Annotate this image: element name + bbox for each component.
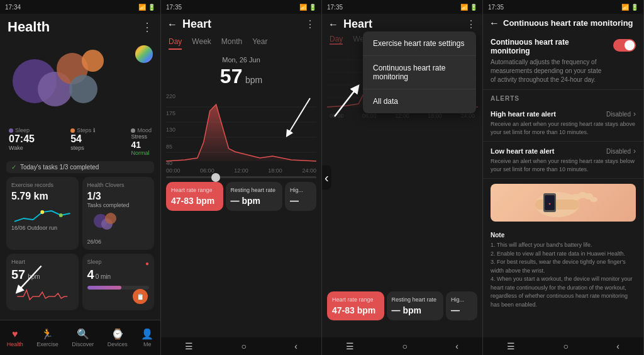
tasks-bar[interactable]: ✓ Today's tasks 1/3 completed bbox=[6, 161, 154, 173]
sleep-bottom-icon: 📋 bbox=[133, 289, 148, 304]
alerts-section-label: ALERTS bbox=[483, 90, 643, 104]
circle-4 bbox=[69, 75, 97, 103]
p1-header: Health ⋮ bbox=[0, 14, 160, 38]
sys-nav-3: ☰ ○ ‹ bbox=[322, 337, 482, 355]
sys-menu-4[interactable]: ☰ bbox=[507, 341, 515, 351]
exercise-date: 16/06 Outdoor run bbox=[11, 225, 74, 231]
sys-menu[interactable]: ☰ bbox=[185, 341, 193, 351]
low-alert-header: Low heart rate alert Disabled › bbox=[491, 147, 636, 155]
mood-stat: Mood Stress 41 Normal bbox=[131, 127, 152, 156]
steps-value: 54 bbox=[70, 133, 95, 145]
p3-bpm-cards: Heart rate range 47-83 bpm Resting heart… bbox=[322, 291, 482, 320]
p3-high-label: Hig... bbox=[451, 296, 472, 303]
low-alert-title: Low heart rate alert bbox=[491, 147, 554, 155]
x-24: 24:00 bbox=[302, 167, 316, 174]
sleep-dot bbox=[9, 128, 13, 133]
sys-home[interactable]: ○ bbox=[241, 341, 246, 351]
sys-nav-2: ☰ ○ ‹ bbox=[161, 337, 321, 355]
sys-back[interactable]: ‹ bbox=[294, 341, 297, 351]
tasks-text: Today's tasks 1/3 completed bbox=[20, 164, 99, 171]
status-bar-3: 17:35 📶🔋 bbox=[322, 0, 482, 14]
low-alert-row[interactable]: Low heart rate alert Disabled › Receive … bbox=[483, 142, 643, 179]
x-00: 00:00 bbox=[166, 167, 180, 174]
high-card[interactable]: Hig... — bbox=[285, 182, 316, 211]
nav-exercise[interactable]: 🏃 Exercise bbox=[36, 328, 58, 347]
clover-icons bbox=[87, 211, 150, 236]
time-slider[interactable] bbox=[166, 176, 316, 178]
time-1: 17:34 bbox=[5, 4, 21, 11]
svg-point-18 bbox=[590, 197, 597, 202]
back-button-4[interactable]: ← bbox=[489, 18, 499, 29]
bpm-unit: bpm bbox=[245, 75, 262, 85]
nav-devices[interactable]: ⌚ Devices bbox=[108, 328, 128, 347]
sleep-stat: Sleep 07:45 Wake bbox=[9, 127, 35, 156]
resting-card[interactable]: Resting heart rate — bpm bbox=[226, 182, 283, 211]
tab-day[interactable]: Day bbox=[169, 37, 182, 50]
heart-chart: 220 175 130 85 40 bbox=[166, 92, 316, 167]
sleep-card[interactable]: Sleep ● 4 0 min 📋 bbox=[82, 254, 155, 310]
p3-range-card[interactable]: Heart rate range 47-83 bpm bbox=[327, 291, 384, 320]
y-label-130: 130 bbox=[166, 127, 175, 133]
nav-me[interactable]: 👤 Me bbox=[141, 328, 153, 347]
nav-discover[interactable]: 🔍 Discover bbox=[72, 328, 94, 347]
sys-home-4[interactable]: ○ bbox=[563, 341, 568, 351]
sleep-min: 0 min bbox=[96, 273, 111, 280]
sys-menu-3[interactable]: ☰ bbox=[346, 341, 354, 351]
p3-high-card[interactable]: Hig... — bbox=[446, 291, 477, 320]
context-menu: Exercise heart rate settings Continuous … bbox=[363, 31, 476, 113]
menu-all-data[interactable]: All data bbox=[363, 89, 476, 113]
tab-year[interactable]: Year bbox=[252, 37, 267, 50]
time-4: 17:35 bbox=[488, 4, 504, 11]
svg-text:♥: ♥ bbox=[548, 202, 551, 206]
p3-resting-card[interactable]: Resting heart rate — bpm bbox=[387, 291, 444, 320]
panel-health: 17:34 📶 🔋 Health ⋮ Sleep 07:45 Wake Step… bbox=[0, 0, 161, 355]
back-button-3[interactable]: ← bbox=[328, 19, 338, 30]
exercise-card[interactable]: Exercise records 5.79 km 16/06 Outdoor r… bbox=[6, 177, 79, 250]
exercise-nav-label: Exercise bbox=[36, 341, 58, 347]
sleep-value: 07:45 bbox=[9, 133, 35, 145]
period-tabs: Day Week Month Year bbox=[161, 35, 321, 52]
high-alert-chevron: › bbox=[633, 110, 636, 118]
high-alert-desc: Receive an alert when your resting heart… bbox=[491, 120, 636, 136]
tab-month[interactable]: Month bbox=[221, 37, 242, 50]
continuous-hr-desc: Automatically adjusts the frequency of m… bbox=[491, 58, 608, 84]
time-2: 17:35 bbox=[166, 4, 182, 11]
clover-sub: Tasks completed bbox=[87, 202, 150, 208]
sys-back-3[interactable]: ‹ bbox=[455, 341, 458, 351]
menu-exercise-settings[interactable]: Exercise heart rate settings bbox=[363, 31, 476, 56]
p3-high-value: — bbox=[451, 305, 472, 315]
sys-back-4[interactable]: ‹ bbox=[616, 341, 619, 351]
sleep-bar-fill bbox=[87, 286, 121, 290]
note-title: Note bbox=[491, 232, 636, 239]
p4-page-title: Continuous heart rate monitoring bbox=[503, 18, 637, 29]
p3-range-label: Heart rate range bbox=[332, 296, 379, 303]
devices-nav-label: Devices bbox=[108, 341, 128, 347]
sleep-alert-dot: ● bbox=[145, 260, 149, 267]
continuous-hr-toggle[interactable] bbox=[613, 39, 636, 52]
me-nav-label: Me bbox=[143, 341, 152, 347]
y-label-40: 40 bbox=[166, 160, 175, 166]
time-3: 17:35 bbox=[327, 4, 343, 11]
status-icons-1: 📶 🔋 bbox=[138, 4, 155, 11]
tab-week[interactable]: Week bbox=[192, 37, 211, 50]
menu-continuous-hr[interactable]: Continuous heart rate monitoring bbox=[363, 56, 476, 89]
high-alert-row[interactable]: High heart rate alert Disabled › Receive… bbox=[483, 104, 643, 142]
status-icons-4: 📶🔋 bbox=[621, 4, 638, 11]
more-icon-2[interactable]: ⋮ bbox=[305, 18, 315, 30]
more-options-icon[interactable]: ⋮ bbox=[142, 20, 153, 34]
status-bar-4: 17:35 📶🔋 bbox=[483, 0, 643, 14]
back-button[interactable]: ← bbox=[167, 19, 177, 30]
bg-tab-day: Day bbox=[330, 35, 343, 45]
resting-value: — bpm bbox=[231, 196, 278, 206]
bottom-cards: Heart 57 bpm Sleep ● 4 0 min bbox=[0, 254, 160, 310]
left-chevron[interactable]: ‹ bbox=[322, 166, 331, 190]
clover-card[interactable]: Health Clovers 1/3 Tasks completed 26/06 bbox=[82, 177, 155, 250]
heart-range-card[interactable]: Heart rate range 47-83 bpm bbox=[166, 182, 223, 211]
more-icon-3[interactable]: ⋮ bbox=[466, 18, 476, 30]
heart-card[interactable]: Heart 57 bpm bbox=[6, 254, 79, 310]
sleep-bottom-label: Sleep bbox=[87, 259, 102, 265]
health-nav-label: Health bbox=[7, 341, 23, 347]
sys-home-3[interactable]: ○ bbox=[402, 341, 407, 351]
nav-health[interactable]: ♥ Health bbox=[7, 329, 23, 347]
stats-row: Sleep 07:45 Wake Steps ℹ 54 steps Mood S… bbox=[0, 125, 160, 159]
